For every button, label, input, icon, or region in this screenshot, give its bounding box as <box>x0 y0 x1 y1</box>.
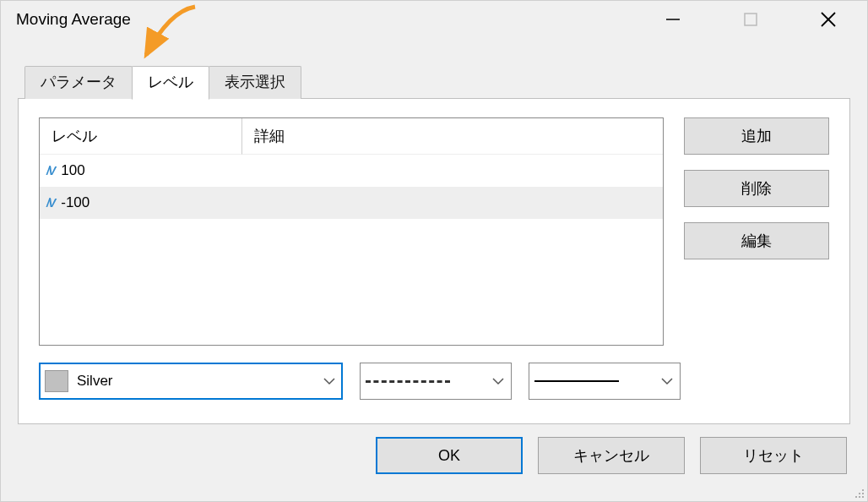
window-title: Moving Average <box>16 10 634 29</box>
svg-point-7 <box>855 496 857 498</box>
edit-button[interactable]: 編集 <box>684 222 829 259</box>
svg-point-5 <box>859 493 860 494</box>
maximize-icon <box>744 13 757 26</box>
color-name: Silver <box>77 373 113 390</box>
table-row[interactable]: /V 100 <box>40 155 663 187</box>
dialog-footer: OK キャンセル リセット <box>1 437 867 474</box>
level-icon: /V <box>46 196 54 210</box>
line-style-select[interactable] <box>360 363 512 400</box>
minimize-icon <box>665 12 681 27</box>
level-value: 100 <box>61 162 84 179</box>
ok-button[interactable]: OK <box>376 437 523 474</box>
delete-button[interactable]: 削除 <box>684 170 829 207</box>
level-icon: /V <box>46 164 54 177</box>
minimize-button[interactable] <box>634 1 712 38</box>
chevron-down-icon <box>323 377 335 385</box>
add-button[interactable]: 追加 <box>684 117 829 155</box>
detail-cell <box>242 155 663 187</box>
tab-display[interactable]: 表示選択 <box>209 66 301 99</box>
svg-rect-1 <box>745 14 757 25</box>
chevron-down-icon <box>661 377 673 385</box>
color-swatch <box>45 370 68 392</box>
col-header-level[interactable]: レベル <box>40 118 242 155</box>
resize-grip-icon[interactable] <box>854 488 865 499</box>
tabs: パラメータ レベル 表示選択 <box>1 65 867 99</box>
line-width-preview <box>534 380 619 382</box>
maximize-button[interactable] <box>712 1 789 38</box>
side-button-group: 追加 削除 編集 <box>684 117 829 259</box>
col-header-detail[interactable]: 詳細 <box>242 118 663 155</box>
detail-cell <box>242 187 663 219</box>
close-button[interactable] <box>789 1 867 38</box>
style-controls: Silver <box>39 363 829 400</box>
svg-point-8 <box>859 496 860 498</box>
chevron-down-icon <box>492 377 504 385</box>
cancel-button[interactable]: キャンセル <box>538 437 685 474</box>
table-header-row: レベル 詳細 <box>40 118 663 155</box>
svg-point-4 <box>862 489 864 491</box>
line-style-preview <box>366 380 450 383</box>
tab-panel: レベル 詳細 /V 100 /V -100 <box>18 98 850 424</box>
reset-button[interactable]: リセット <box>700 437 847 474</box>
close-icon <box>820 11 837 28</box>
tab-parameters[interactable]: パラメータ <box>24 66 133 99</box>
table-row[interactable]: /V -100 <box>40 187 663 219</box>
window-controls <box>634 1 867 38</box>
svg-point-9 <box>862 496 864 498</box>
level-value: -100 <box>61 194 90 211</box>
tab-levels[interactable]: レベル <box>132 66 209 100</box>
line-width-select[interactable] <box>529 363 681 400</box>
svg-point-6 <box>862 493 864 494</box>
color-select[interactable]: Silver <box>39 363 343 400</box>
levels-table[interactable]: レベル 詳細 /V 100 /V -100 <box>39 117 664 346</box>
titlebar: Moving Average <box>1 1 867 38</box>
